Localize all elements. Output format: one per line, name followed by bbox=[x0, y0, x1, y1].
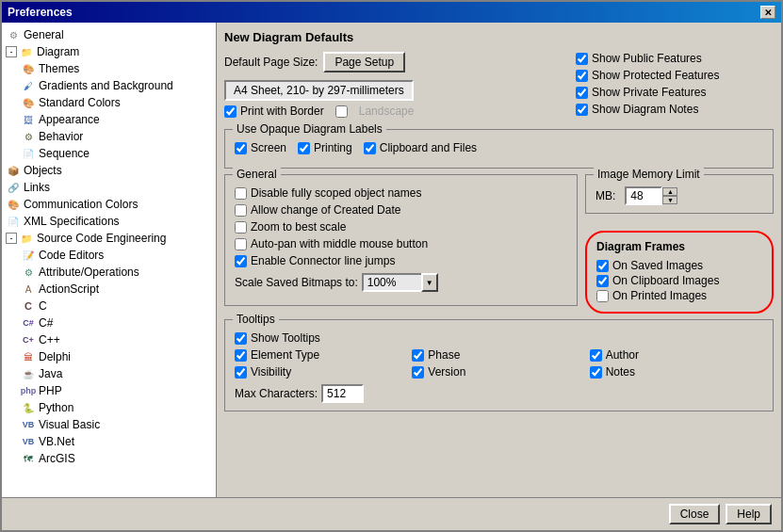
sidebar-item-behavior[interactable]: ⚙ Behavior bbox=[2, 128, 216, 145]
sidebar-item-standard-colors[interactable]: 🎨 Standard Colors bbox=[2, 94, 216, 111]
disable-scoped-label: Disable fully scoped object names bbox=[251, 186, 421, 200]
folder-icon: 📁 bbox=[19, 44, 34, 59]
folder-icon: 📁 bbox=[19, 231, 34, 246]
sidebar-item-label: Source Code Engineering bbox=[37, 232, 166, 245]
sidebar-item-c[interactable]: C C bbox=[2, 298, 216, 314]
sidebar-item-label: Python bbox=[39, 401, 73, 414]
author-checkbox[interactable]: Author bbox=[590, 348, 752, 362]
sidebar-item-xml-spec[interactable]: 📄 XML Specifications bbox=[2, 213, 216, 230]
arcgis-icon: 🗺 bbox=[21, 451, 36, 466]
palette-icon: 🎨 bbox=[21, 61, 36, 76]
sidebar-item-comm-colors[interactable]: 🎨 Communication Colors bbox=[2, 196, 216, 213]
sidebar-item-themes[interactable]: 🎨 Themes bbox=[2, 60, 216, 77]
spinner-down-button[interactable]: ▼ bbox=[662, 196, 677, 204]
sidebar-item-vbnet[interactable]: VB VB.Net bbox=[2, 433, 216, 450]
print-border-label: Print with Border bbox=[240, 105, 324, 118]
comm-colors-icon: 🎨 bbox=[6, 197, 21, 212]
expander-icon[interactable]: - bbox=[6, 233, 17, 244]
spinner-up-button[interactable]: ▲ bbox=[662, 187, 677, 196]
sidebar-item-objects[interactable]: 📦 Objects bbox=[2, 162, 216, 179]
sidebar-item-label: Links bbox=[24, 181, 50, 194]
sidebar-item-links[interactable]: 🔗 Links bbox=[2, 179, 216, 196]
show-private-checkbox[interactable]: Show Private Features bbox=[576, 86, 762, 99]
notes-label: Notes bbox=[606, 365, 635, 379]
sidebar-item-label: Delphi bbox=[39, 350, 71, 363]
phase-checkbox[interactable]: Phase bbox=[412, 348, 574, 362]
sidebar-item-general[interactable]: ⚙ General bbox=[2, 26, 216, 43]
scale-input[interactable] bbox=[362, 273, 423, 292]
sidebar-item-source-code[interactable]: - 📁 Source Code Engineering bbox=[2, 230, 216, 247]
sidebar-item-arcgis[interactable]: 🗺 ArcGIS bbox=[2, 450, 216, 467]
behavior-icon: ⚙ bbox=[21, 129, 36, 144]
sidebar-item-label: Attribute/Operations bbox=[39, 266, 139, 279]
window-body: ⚙ General - 📁 Diagram 🎨 Themes 🖌 Gradien… bbox=[2, 23, 781, 497]
sidebar-item-attr-ops[interactable]: ⚙ Attribute/Operations bbox=[2, 264, 216, 281]
max-chars-input[interactable] bbox=[321, 384, 364, 403]
on-printed-images-checkbox[interactable]: On Printed Images bbox=[596, 289, 751, 302]
show-diagram-notes-label: Show Diagram Notes bbox=[592, 103, 698, 116]
sidebar-item-python[interactable]: 🐍 Python bbox=[2, 399, 216, 416]
sidebar-item-label: Visual Basic bbox=[39, 418, 100, 431]
visibility-checkbox[interactable]: Visibility bbox=[235, 365, 397, 379]
landscape-checkbox[interactable]: Landscape bbox=[335, 105, 415, 118]
close-button[interactable]: Close bbox=[669, 504, 721, 524]
print-with-border-checkbox[interactable]: Print with Border bbox=[224, 105, 324, 118]
allow-created-date-checkbox[interactable]: Allow change of Created Date bbox=[235, 203, 556, 217]
general-group-label: General bbox=[233, 168, 281, 181]
show-public-checkbox[interactable]: Show Public Features bbox=[576, 52, 762, 65]
screen-checkbox[interactable]: Screen bbox=[235, 141, 286, 154]
sidebar-item-label: VB.Net bbox=[39, 435, 74, 448]
page-setup-button[interactable]: Page Setup bbox=[323, 52, 405, 73]
vb-icon: VB bbox=[21, 417, 36, 432]
sidebar-item-actionscript[interactable]: A ActionScript bbox=[2, 281, 216, 298]
diagram-frames-title: Diagram Frames bbox=[596, 240, 762, 253]
sidebar-item-cpp[interactable]: C+ C++ bbox=[2, 331, 216, 348]
printing-checkbox[interactable]: Printing bbox=[298, 141, 352, 154]
zoom-best-scale-checkbox[interactable]: Zoom to best scale bbox=[235, 220, 556, 234]
clipboard-files-checkbox[interactable]: Clipboard and Files bbox=[364, 141, 477, 154]
help-button[interactable]: Help bbox=[726, 504, 772, 524]
attr-icon: ⚙ bbox=[21, 265, 36, 280]
auto-pan-checkbox[interactable]: Auto-pan with middle mouse button bbox=[235, 237, 556, 250]
preferences-window: Preferences ✕ ⚙ General - 📁 Diagram 🎨 Th… bbox=[0, 0, 783, 532]
sidebar-item-php[interactable]: php PHP bbox=[2, 382, 216, 399]
element-type-checkbox[interactable]: Element Type bbox=[235, 348, 397, 362]
sidebar-item-gradients[interactable]: 🖌 Gradients and Background bbox=[2, 77, 216, 94]
on-clipboard-images-checkbox[interactable]: On Clipboard Images bbox=[596, 274, 751, 287]
sidebar-item-label: ArcGIS bbox=[39, 452, 75, 465]
sidebar-item-java[interactable]: ☕ Java bbox=[2, 365, 216, 382]
sidebar-item-label: ActionScript bbox=[39, 282, 99, 296]
sidebar-item-label: C# bbox=[39, 316, 53, 330]
sidebar-item-diagram[interactable]: - 📁 Diagram bbox=[2, 43, 216, 60]
sidebar-item-delphi[interactable]: 🏛 Delphi bbox=[2, 348, 216, 365]
window-title: Preferences bbox=[8, 6, 73, 19]
enable-connector-checkbox[interactable]: Enable Connector line jumps bbox=[235, 254, 556, 267]
page-size-display: A4 Sheet, 210- by 297-millimeters bbox=[224, 80, 414, 101]
sidebar-item-appearance[interactable]: 🖼 Appearance bbox=[2, 111, 216, 128]
image-memory-label: Image Memory Limit bbox=[594, 168, 704, 181]
sidebar-item-csharp[interactable]: C# C# bbox=[2, 314, 216, 331]
show-protected-checkbox[interactable]: Show Protected Features bbox=[576, 69, 762, 82]
mb-input[interactable] bbox=[625, 186, 662, 205]
close-window-button[interactable]: ✕ bbox=[760, 6, 775, 19]
sidebar-item-label: C++ bbox=[39, 333, 60, 347]
printing-label: Printing bbox=[314, 141, 352, 154]
visibility-label: Visibility bbox=[251, 365, 291, 379]
show-tooltips-checkbox[interactable]: Show Tooltips bbox=[235, 331, 752, 345]
sidebar-item-code-editors[interactable]: 📝 Code Editors bbox=[2, 247, 216, 264]
notes-checkbox[interactable]: Notes bbox=[590, 365, 752, 379]
on-saved-images-checkbox[interactable]: On Saved Images bbox=[596, 259, 751, 272]
sidebar-item-vb[interactable]: VB Visual Basic bbox=[2, 416, 216, 433]
sidebar-item-label: C bbox=[39, 299, 47, 313]
palette-icon: 🎨 bbox=[21, 95, 36, 110]
sidebar-item-sequence[interactable]: 📄 Sequence bbox=[2, 145, 216, 162]
show-diagram-notes-checkbox[interactable]: Show Diagram Notes bbox=[576, 103, 762, 116]
disable-scoped-checkbox[interactable]: Disable fully scoped object names bbox=[235, 186, 556, 200]
element-type-label: Element Type bbox=[251, 348, 319, 362]
version-checkbox[interactable]: Version bbox=[412, 365, 574, 379]
scale-dropdown-arrow[interactable]: ▼ bbox=[421, 273, 438, 292]
sidebar-item-label: Sequence bbox=[39, 147, 90, 160]
expander-icon[interactable]: - bbox=[6, 46, 17, 57]
sidebar-item-label: Themes bbox=[39, 62, 79, 75]
general-checks-list: Disable fully scoped object names Allow … bbox=[235, 186, 567, 269]
